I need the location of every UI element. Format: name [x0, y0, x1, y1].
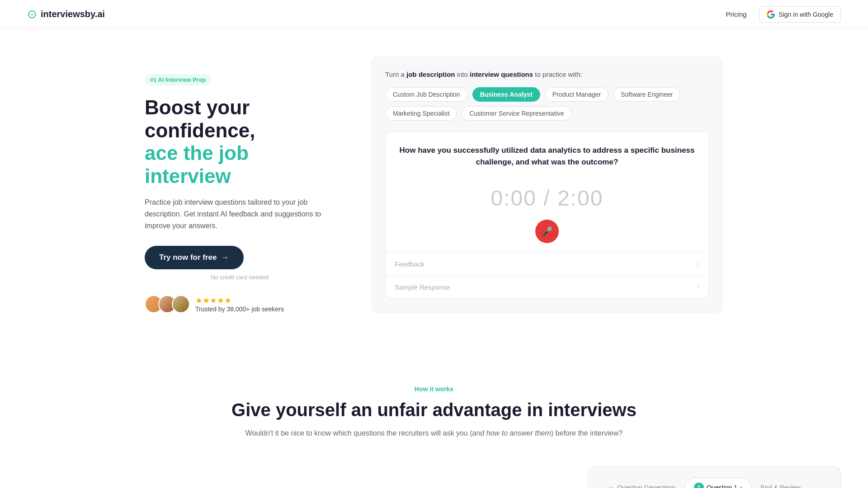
social-proof: ★★★★★ Trusted by 38,000+ job seekers [145, 295, 335, 313]
logo-icon: ⊙ [27, 7, 37, 21]
step-number: 1 [694, 483, 704, 488]
how-subtitle: Wouldn't it be nice to know which questi… [27, 427, 841, 439]
step-generation-label: Question Generation [617, 484, 675, 488]
tab-product-manager[interactable]: Product Manager [545, 87, 609, 102]
subtitle-italic: and how to answer them [472, 429, 551, 437]
job-tabs: Custom Job Description Business Analyst … [385, 87, 709, 121]
feedback-chevron-icon: › [697, 260, 699, 268]
bottom-demo: ← Question Generation 1 Question 1 › End… [0, 457, 868, 488]
hero-title: Boost your confidence, ace the job inter… [145, 96, 335, 188]
question-text: How have you successfully utilized data … [386, 132, 708, 177]
signin-label: Sign in with Google [778, 11, 833, 18]
google-logo-icon [767, 10, 775, 19]
tab-customer-service[interactable]: Customer Service Representative [462, 106, 571, 121]
sample-response-label: Sample Response [395, 283, 450, 291]
hero-section: #1 AI Interview Prep Boost your confiden… [118, 29, 750, 349]
timer-area: 0:00 / 2:00 🎤 [386, 177, 708, 253]
how-badge: How it works [27, 385, 841, 393]
nav-right: Pricing Sign in with Google [726, 6, 841, 23]
hero-description: Practice job interview questions tailore… [145, 197, 335, 231]
tab-marketing-specialist[interactable]: Marketing Specialist [385, 106, 457, 121]
logo-link[interactable]: ⊙ interviewsby.ai [27, 7, 105, 21]
bottom-card: ← Question Generation 1 Question 1 › End… [588, 466, 841, 488]
mic-icon: 🎤 [542, 226, 553, 237]
step-question1-button[interactable]: 1 Question 1 › [684, 478, 751, 488]
sample-response-row[interactable]: Sample Response › [386, 276, 708, 298]
arrow-icon: → [222, 253, 229, 262]
how-section: How it works Give yourself an unfair adv… [0, 349, 868, 457]
how-title: Give yourself an unfair advantage in int… [27, 400, 841, 420]
avatars [145, 295, 190, 313]
hero-title-line2: ace the job interview [145, 142, 249, 187]
pricing-link[interactable]: Pricing [726, 10, 747, 18]
step-end-label: End & Review [761, 484, 801, 488]
trust-info: ★★★★★ Trusted by 38,000+ job seekers [195, 296, 284, 313]
timer-display: 0:00 / 2:00 [491, 186, 604, 211]
forward-arrow-icon: › [740, 484, 742, 488]
tab-custom-job[interactable]: Custom Job Description [385, 87, 468, 102]
tab-business-analyst[interactable]: Business Analyst [472, 87, 540, 102]
hero-left: #1 AI Interview Prep Boost your confiden… [145, 56, 335, 313]
step-question1-label: Question 1 [707, 484, 737, 488]
hero-badge: #1 AI Interview Prep [145, 74, 211, 85]
feedback-label: Feedback [395, 260, 425, 268]
sample-chevron-icon: › [697, 283, 699, 291]
cta-label: Try now for free [159, 253, 217, 262]
trust-text: Trusted by 38,000+ job seekers [195, 305, 284, 313]
signin-button[interactable]: Sign in with Google [759, 6, 841, 23]
demo-card: Turn a job description into interview qu… [371, 56, 723, 313]
subtitle-part2: ) before the interview? [551, 429, 623, 437]
mic-button[interactable]: 🎤 [535, 220, 559, 243]
back-arrow-icon: ← [608, 484, 614, 488]
feedback-row[interactable]: Feedback › [386, 253, 708, 276]
bottom-steps: ← Question Generation 1 Question 1 › End… [599, 478, 830, 488]
hero-title-line1: Boost your confidence, [145, 96, 255, 141]
question-card: How have you successfully utilized data … [385, 131, 709, 299]
demo-intro: Turn a job description into interview qu… [385, 70, 709, 78]
navbar: ⊙ interviewsby.ai Pricing Sign in with G… [0, 0, 868, 29]
step-end-review-button[interactable]: End & Review [752, 478, 810, 488]
cta-button[interactable]: Try now for free → [145, 246, 244, 269]
no-credit-card-text: No credit card needed [145, 274, 335, 281]
step-generation-button[interactable]: ← Question Generation [599, 478, 684, 488]
star-rating: ★★★★★ [195, 296, 284, 305]
subtitle-part1: Wouldn't it be nice to know which questi… [245, 429, 472, 437]
avatar-3 [172, 295, 190, 313]
tab-software-engineer[interactable]: Software Engineer [613, 87, 680, 102]
logo-text: interviewsby.ai [41, 9, 105, 19]
